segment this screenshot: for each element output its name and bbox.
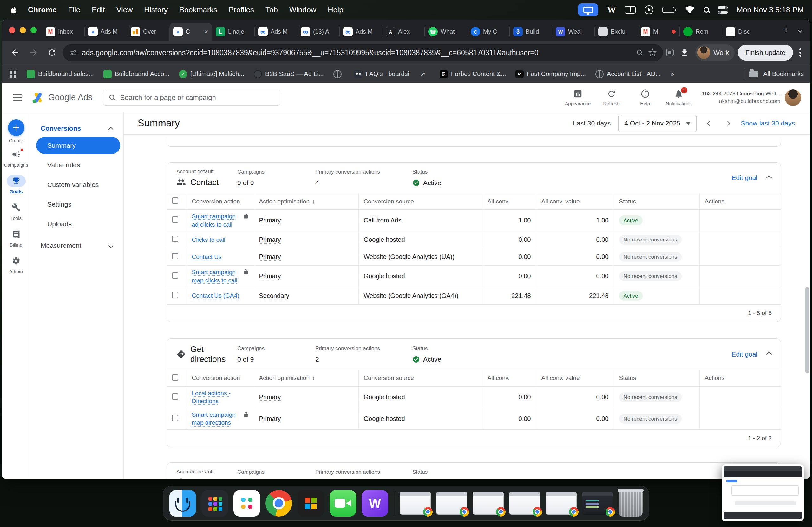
tab-close-icon[interactable]: ×: [204, 28, 208, 35]
account-avatar[interactable]: [785, 89, 801, 106]
bookmark-item[interactable]: B2B SaaS — Ad Li...: [254, 70, 324, 78]
ads-search-box[interactable]: [103, 90, 280, 106]
dock-window-preview-terminal[interactable]: [582, 492, 613, 515]
sidebar-section-measurement[interactable]: Measurement: [30, 238, 124, 253]
conversion-row[interactable]: Contact Us (GA4) Secondary Website (Goog…: [167, 287, 781, 304]
conversion-row[interactable]: Clicks to call Primary Google hosted 0.0…: [167, 231, 781, 249]
browser-menu-icon[interactable]: [799, 52, 801, 54]
extensions-icon[interactable]: [666, 49, 674, 56]
site-settings-icon[interactable]: [69, 48, 77, 57]
sidebar-item[interactable]: Uploads: [30, 214, 124, 234]
dock-window-preview[interactable]: [400, 492, 431, 515]
select-all-checkbox[interactable]: [172, 197, 178, 204]
bookmark-item[interactable]: [333, 70, 345, 78]
next-range-button[interactable]: [723, 118, 733, 129]
browser-tab[interactable]: Weal ×: [552, 23, 594, 41]
lens-search-icon[interactable]: [636, 48, 644, 57]
now-playing-icon[interactable]: [644, 5, 653, 14]
bookmark-item[interactable]: Fast Company Imp...: [516, 70, 586, 78]
sidebar-item[interactable]: Summary: [36, 137, 120, 154]
refresh-button[interactable]: Refresh: [595, 89, 628, 106]
menu-item[interactable]: Tab: [260, 5, 284, 14]
forward-button[interactable]: [26, 45, 41, 60]
col-actions[interactable]: Actions: [699, 370, 781, 386]
col-all-conv[interactable]: All conv.: [482, 370, 536, 386]
conversion-action-link[interactable]: Smart campaign ad clicks to call: [192, 212, 241, 228]
col-action-optimisation[interactable]: Action optimisation: [254, 193, 359, 210]
zoom-window-button[interactable]: [30, 27, 37, 33]
bookmark-item[interactable]: Account List - AD...: [595, 70, 661, 78]
reload-button[interactable]: [44, 45, 60, 60]
conversion-row[interactable]: Smart campaign map directions Primary Go…: [167, 408, 781, 430]
bookmark-item[interactable]: Buildbraand Acco...: [103, 70, 169, 78]
browser-tab[interactable]: Over ×: [127, 23, 169, 41]
window-layout-icon[interactable]: [625, 6, 636, 14]
action-optimisation-value[interactable]: Primary: [259, 236, 281, 243]
bookmark-item[interactable]: [Ultimate] Multich...: [179, 70, 244, 78]
dock-trash-icon[interactable]: [619, 490, 643, 516]
all-bookmarks[interactable]: All Bookmarks: [744, 69, 804, 79]
bookmark-item[interactable]: FAQ's - boardsi: [354, 70, 409, 78]
sidebar-item[interactable]: Custom variables: [30, 175, 124, 195]
conversion-action-link[interactable]: Contact Us: [192, 253, 222, 261]
address-bar[interactable]: [63, 44, 663, 61]
menu-app-name[interactable]: Chrome: [22, 5, 62, 14]
browser-tab[interactable]: Ads M ×: [339, 23, 382, 41]
menu-item[interactable]: Window: [284, 5, 322, 14]
row-checkbox[interactable]: [172, 236, 178, 242]
row-checkbox[interactable]: [172, 393, 178, 400]
col-conversion-action[interactable]: Conversion action: [187, 370, 254, 386]
menu-item[interactable]: File: [62, 5, 86, 14]
screen-recording-icon[interactable]: [578, 3, 598, 16]
sidebar-item-campaigns[interactable]: Campaigns: [2, 145, 30, 171]
browser-tab[interactable]: C ×: [169, 23, 212, 41]
sidebar-item-tools[interactable]: Tools: [2, 198, 30, 224]
status-value[interactable]: Active: [423, 356, 441, 363]
dock-facetime-icon[interactable]: [330, 490, 356, 516]
profile-chip[interactable]: Work: [695, 44, 735, 61]
conversion-action-link[interactable]: Clicks to call: [192, 236, 226, 244]
previous-range-button[interactable]: [704, 118, 715, 129]
scrollbar-thumb[interactable]: [805, 287, 809, 373]
menu-item[interactable]: Help: [322, 5, 349, 14]
browser-tab[interactable]: (13) A ×: [297, 23, 339, 41]
finish-update-button[interactable]: Finish update: [738, 45, 793, 61]
screenshot-preview-thumbnail[interactable]: [722, 464, 804, 521]
account-info[interactable]: 163-244-2078 Counseling Well... akshat@b…: [702, 90, 780, 105]
dock-finder-icon[interactable]: [169, 490, 196, 516]
col-conversion-action[interactable]: Conversion action: [187, 193, 254, 210]
browser-tab[interactable]: Build ×: [509, 23, 552, 41]
dock-slack-icon[interactable]: [233, 490, 260, 516]
conversion-action-link[interactable]: Local actions - Directions: [192, 389, 249, 405]
col-all-conv-value[interactable]: All conv. value: [536, 370, 614, 386]
sidebar-item[interactable]: Value rules: [30, 155, 124, 175]
menu-item[interactable]: Bookmarks: [174, 5, 223, 14]
sidebar-section-conversions[interactable]: Conversions: [30, 121, 124, 136]
action-optimisation-value[interactable]: Primary: [259, 415, 281, 422]
collapse-goal-icon[interactable]: [766, 175, 772, 181]
action-optimisation-value[interactable]: Primary: [259, 253, 281, 260]
menu-item[interactable]: History: [138, 5, 174, 14]
browser-tab[interactable]: Ads M ×: [255, 23, 297, 41]
conversion-row[interactable]: Contact Us Primary Website (Google Analy…: [167, 249, 781, 266]
browser-tab[interactable]: What ×: [424, 23, 467, 41]
sidebar-item-create[interactable]: + Create: [2, 118, 30, 145]
col-actions[interactable]: Actions: [699, 193, 781, 210]
action-optimisation-value[interactable]: Secondary: [259, 292, 290, 299]
collapse-goal-icon[interactable]: [766, 351, 772, 357]
help-button[interactable]: Help: [629, 89, 661, 106]
browser-tab[interactable]: Rem ×: [679, 23, 722, 41]
apple-menu-icon[interactable]: [10, 5, 18, 15]
edit-goal-link[interactable]: Edit goal: [731, 350, 757, 358]
col-conversion-source[interactable]: Conversion source: [359, 193, 482, 210]
bookmark-item[interactable]: Buildbraand sales...: [27, 70, 94, 78]
menu-item[interactable]: View: [111, 5, 139, 14]
col-all-conv-value[interactable]: All conv. value: [536, 193, 614, 210]
spotlight-icon[interactable]: [704, 7, 709, 13]
wikipedia-icon[interactable]: W: [607, 5, 616, 15]
sidebar-item-admin[interactable]: Admin: [2, 251, 30, 277]
row-checkbox[interactable]: [172, 272, 178, 278]
date-range-selector[interactable]: 4 Oct - 2 Nov 2025: [618, 115, 696, 132]
dock-wonder-icon[interactable]: W: [362, 490, 388, 516]
sidebar-item[interactable]: Settings: [30, 195, 124, 214]
